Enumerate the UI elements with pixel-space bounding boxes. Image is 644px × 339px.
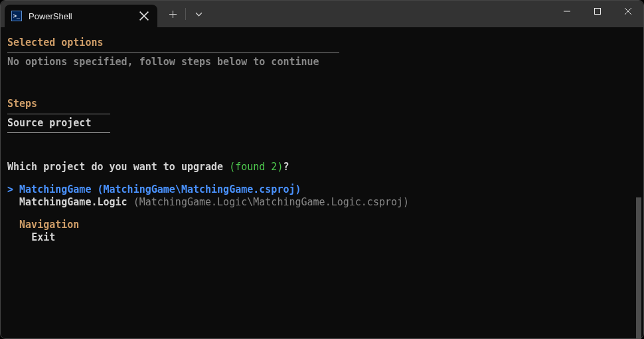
- section-selected-options-title: Selected options: [7, 37, 637, 50]
- terminal-content[interactable]: Selected options No options specified, f…: [1, 27, 643, 338]
- tab-powershell[interactable]: >_ PowerShell: [5, 5, 157, 27]
- tab-actions: [157, 1, 214, 27]
- section-steps-title: Steps: [7, 98, 637, 111]
- tab-close-button[interactable]: [139, 11, 149, 21]
- prompt-prefix: Which project do you want to upgrade: [7, 161, 229, 173]
- selected-options-body: No options specified, follow steps below…: [7, 56, 637, 69]
- option-selected-path: (MatchingGame\MatchingGame.csproj): [97, 183, 301, 195]
- titlebar: >_ PowerShell: [1, 1, 643, 27]
- divider: [7, 132, 110, 133]
- divider: [7, 53, 339, 53]
- maximize-button[interactable]: [582, 1, 613, 22]
- option-selected-name: MatchingGame: [19, 183, 91, 195]
- divider: [7, 114, 110, 114]
- steps-body: Source project: [7, 117, 637, 130]
- prompt-question: Which project do you want to upgrade (fo…: [7, 161, 637, 174]
- svg-rect-0: [595, 9, 601, 15]
- option-other[interactable]: MatchingGame.Logic (MatchingGame.Logic\M…: [7, 196, 637, 209]
- titlebar-drag-area[interactable]: [214, 1, 552, 27]
- window-controls: [552, 1, 643, 27]
- nav-header: Navigation: [7, 219, 637, 232]
- divider: [185, 8, 186, 20]
- close-window-button[interactable]: [613, 1, 643, 22]
- tab-dropdown-button[interactable]: [187, 1, 210, 27]
- new-tab-button[interactable]: [161, 1, 184, 27]
- option-other-path: (MatchingGame.Logic\MatchingGame.Logic.c…: [133, 196, 409, 208]
- option-selected[interactable]: > MatchingGame (MatchingGame\MatchingGam…: [7, 183, 637, 197]
- scrollbar-thumb[interactable]: [636, 197, 641, 339]
- nav-exit[interactable]: Exit: [7, 231, 637, 245]
- minimize-button[interactable]: [552, 1, 582, 22]
- terminal-window: >_ PowerShell: [0, 0, 644, 339]
- prompt-suffix: ?: [283, 161, 289, 173]
- option-other-name: MatchingGame.Logic: [19, 196, 127, 208]
- powershell-icon: >_: [11, 11, 22, 21]
- prompt-found-count: (found 2): [229, 161, 283, 173]
- tab-title: PowerShell: [29, 11, 132, 21]
